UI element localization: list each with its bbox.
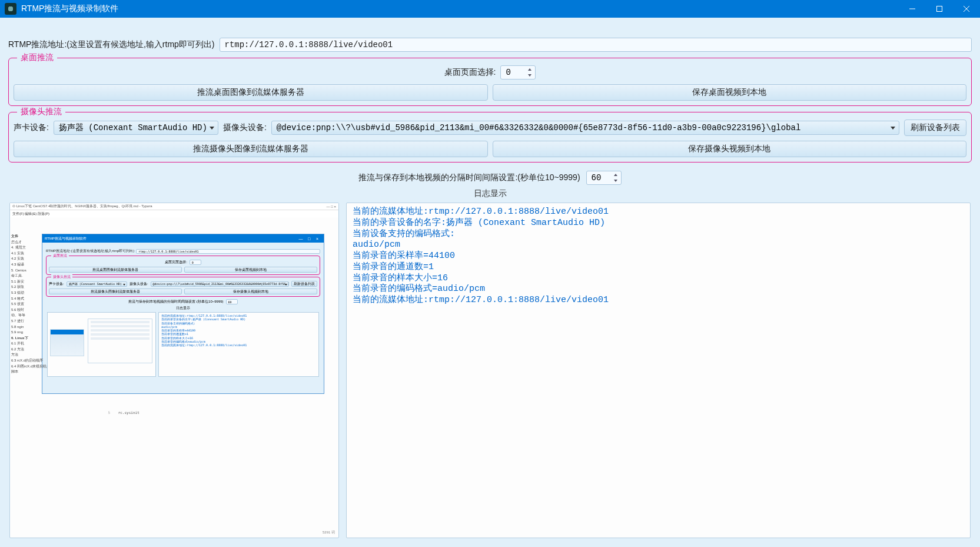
minimize-button[interactable] [899,0,926,18]
titlebar: RTMP推流与视频录制软件 [0,0,980,18]
desktop-group-title: 桌面推流 [17,52,57,63]
doc-word-count: 5291 词 [323,530,335,535]
rtmp-url-input[interactable] [220,38,972,52]
refresh-devices-button[interactable]: 刷新设备列表 [904,120,966,136]
rtmp-url-label: RTMP推流地址:(这里设置有候选地址,输入rtmp即可列出) [8,39,215,50]
interval-row: 推流与保存到本地视频的分隔时间间隔设置:(秒单位10~9999) 60 [8,171,972,185]
doc-toc: 文件怎么才4. 规范主4.1 安装4.2 安装4.3 编译5. Centos命工… [10,234,48,428]
log-pane[interactable]: 当前的流媒体地址:rtmp://127.0.0.1:8888/live/vide… [346,203,971,538]
audio-device-label: 声卡设备: [14,122,49,133]
camera-device-label: 摄像头设备: [223,122,267,133]
doc-code-row: 5 rc.sysinit [85,410,139,415]
doc-menu: 文件(F) 编辑(E) 段落(P) [10,210,338,217]
camera-device-combo[interactable]: @device:pnp:\\?\usb#vid_5986&pid_2113&mi… [271,121,899,135]
app-icon [5,3,16,15]
push-desktop-button[interactable]: 推流桌面图像到流媒体服务器 [14,84,488,101]
camera-stream-group: 摄像头推流 声卡设备: 扬声器 (Conexant SmartAudio HD)… [8,112,972,163]
doc-header: ⊙ Linux下笔 CentOS7.4制作服的时代、NGINX服务器、安装ffm… [10,203,338,210]
push-camera-button[interactable]: 推流摄像头图像到流媒体服务器 [14,141,488,157]
interval-value: 60 [592,173,602,183]
interval-spinbox[interactable]: 60 [586,171,622,185]
desktop-page-spinbox[interactable]: 0 [500,65,536,79]
desktop-page-label: 桌面页面选择: [444,67,496,78]
svg-rect-1 [937,6,942,12]
save-desktop-button[interactable]: 保存桌面视频到本地 [493,84,967,101]
spin-down-icon[interactable] [612,178,620,184]
desktop-stream-group: 桌面推流 桌面页面选择: 0 推流桌面图像到流媒体服务器 保存桌面视频到本地 [8,58,972,106]
interval-label: 推流与保存到本地视频的分隔时间间隔设置:(秒单位10~9999) [358,173,580,183]
window-title: RTMP推流与视频录制软件 [21,4,118,14]
spin-up-icon[interactable] [526,67,534,72]
close-button[interactable] [953,0,980,18]
maximize-button[interactable] [926,0,953,18]
rtmp-url-row: RTMP推流地址:(这里设置有候选地址,输入rtmp即可列出) [8,38,972,52]
nested-preview-window: RTMP推流与视频录制软件 —□× RTMP推流地址:(这里设置有候选地址,输入… [42,234,324,394]
preview-pane: ⊙ Linux下笔 CentOS7.4制作服的时代、NGINX服务器、安装ffm… [9,203,339,538]
audio-device-combo[interactable]: 扬声器 (Conexant SmartAudio HD) [54,121,218,135]
desktop-page-value: 0 [506,68,510,77]
spin-up-icon[interactable] [612,173,620,178]
log-title: 日志显示 [8,188,972,199]
save-camera-button[interactable]: 保存摄像头视频到本地 [493,141,967,157]
spin-down-icon[interactable] [526,73,534,78]
camera-group-title: 摄像头推流 [17,107,65,117]
